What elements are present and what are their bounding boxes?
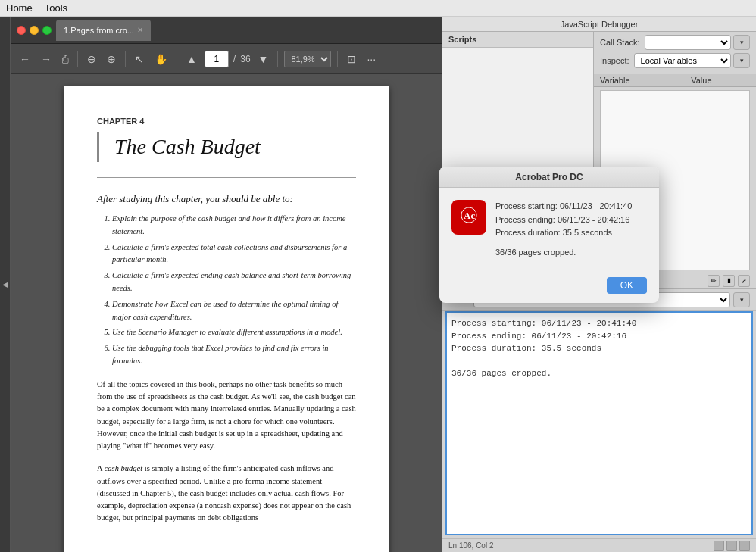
call-stack-label: Call Stack: — [600, 38, 640, 47]
acrobat-icon-wrap: Ac — [451, 200, 486, 235]
pdf-content-area: CHAPTER 4 The Cash Budget After studying… — [11, 74, 442, 552]
prev-page[interactable]: ▲ — [183, 51, 200, 67]
zoom-select[interactable]: 81,9% — [284, 51, 331, 67]
inspect-arrow[interactable]: ▾ — [733, 53, 750, 68]
pdf-toolbar: ← → ⎙ ⊖ ⊕ ↖ ✋ ▲ 1 / 36 ▼ 81,9% ⊡ ··· — [11, 44, 442, 74]
debugger-title-text: JavaScript Debugger — [561, 20, 639, 29]
dialog-body: Ac Process starting: 06/11/23 - 20:41:40… — [439, 188, 659, 271]
zoom-out-button[interactable]: ⊖ — [84, 51, 99, 67]
body-paragraph-2: A cash budget is simply a listing of the… — [97, 463, 356, 524]
process-duration: Process duration: 35.5 seconds — [495, 226, 632, 240]
separator-4 — [277, 51, 278, 67]
dialog-title: Acrobat Pro DC — [439, 167, 659, 188]
console-output: Process starting: 06/11/23 - 20:41:40 Pr… — [445, 311, 753, 535]
traffic-lights — [17, 26, 52, 35]
hand-tool[interactable]: ✋ — [152, 51, 170, 67]
cursor-tool[interactable]: ↖ — [132, 51, 147, 67]
dialog-content: Process starting: 06/11/23 - 20:41:40 Pr… — [495, 200, 632, 259]
minimize-button[interactable] — [30, 26, 39, 35]
page-number-input[interactable]: 1 — [205, 51, 229, 67]
acrobat-logo-icon: Ac — [458, 204, 480, 230]
view-arrow[interactable]: ▾ — [733, 292, 750, 307]
maximize-button[interactable] — [42, 26, 52, 35]
divider — [97, 177, 356, 178]
console-line-5: 36/36 pages cropped. — [451, 367, 747, 380]
call-stack-arrow[interactable]: ▾ — [733, 35, 750, 50]
body-paragraph-1: Of all the topics covered in this book, … — [97, 379, 356, 453]
fit-button[interactable]: ⊡ — [344, 51, 359, 67]
chapter-label: CHAPTER 4 — [97, 117, 356, 126]
bottom-icon-3[interactable] — [739, 541, 750, 551]
separator-5 — [337, 51, 338, 67]
scripts-label: Scripts — [442, 32, 593, 48]
dialog-footer: OK — [439, 271, 659, 303]
pause-icon[interactable]: ⏸ — [723, 275, 735, 287]
console-line-4 — [451, 355, 747, 368]
variables-table: Variable Value — [594, 74, 756, 87]
menu-home[interactable]: Home — [6, 2, 33, 14]
edit-icon[interactable]: ✏ — [708, 275, 720, 287]
list-item: Use the Scenario Manager to evaluate dif… — [112, 326, 356, 339]
bottom-icons — [714, 541, 750, 551]
console-line-2: Process ending: 06/11/23 - 20:42:16 — [451, 330, 747, 343]
forward-button[interactable]: → — [38, 51, 55, 67]
bottom-icon-1[interactable] — [714, 541, 724, 551]
more-button[interactable]: ··· — [364, 51, 379, 67]
page-total: 36 — [240, 54, 250, 64]
pages-cropped: 36/36 pages cropped. — [495, 246, 632, 260]
process-ending: Process ending: 06/11/23 - 20:42:16 — [495, 214, 632, 227]
back-button[interactable]: ← — [17, 51, 33, 67]
variable-col-header: Variable — [594, 74, 685, 87]
inspect-label: Inspect: — [600, 56, 629, 65]
separator-2 — [125, 51, 126, 67]
list-item: Calculate a firm's expected total cash c… — [112, 242, 356, 267]
next-page[interactable]: ▼ — [255, 51, 272, 67]
ok-button[interactable]: OK — [607, 277, 647, 294]
zoom-in-button[interactable]: ⊕ — [104, 51, 119, 67]
list-item: Explain the purpose of the cash budget a… — [112, 213, 356, 239]
list-item: Calculate a firm's expected ending cash … — [112, 270, 356, 295]
inspect-select[interactable]: Local Variables — [634, 53, 731, 68]
bottom-icon-2[interactable] — [726, 541, 737, 551]
svg-text:Ac: Ac — [464, 210, 475, 221]
list-item: Demonstrate how Excel can be used to det… — [112, 298, 356, 324]
separator-1 — [77, 51, 78, 67]
menu-bar: Home Tools — [0, 0, 756, 17]
call-stack-row: Call Stack: ▾ Inspect: Local Variables — [594, 32, 756, 74]
debugger-title: JavaScript Debugger — [442, 17, 756, 32]
status-bar: Ln 106, Col 2 — [442, 538, 756, 552]
list-item: Use the debugging tools that Excel provi… — [112, 342, 356, 368]
tab-close-icon[interactable]: ✕ — [137, 26, 143, 34]
print-button[interactable]: ⎙ — [59, 51, 71, 67]
pdf-tab-label: 1.Pages from cro... — [64, 26, 134, 35]
pdf-viewer: 1.Pages from cro... ✕ ← → ⎙ ⊖ ⊕ ↖ ✋ ▲ 1 … — [11, 17, 442, 552]
left-arrow-icon: ◀ — [2, 280, 8, 288]
expand-icon[interactable]: ⤢ — [738, 275, 750, 287]
italic-term: cash budget — [105, 464, 142, 472]
value-col-header: Value — [685, 74, 756, 87]
process-starting: Process starting: 06/11/23 - 20:41:40 — [495, 200, 632, 214]
console-line-3: Process duration: 35.5 seconds — [451, 342, 747, 355]
status-text: Ln 106, Col 2 — [448, 541, 494, 550]
call-stack-select[interactable] — [645, 35, 731, 50]
left-panel-toggle[interactable]: ◀ — [0, 17, 11, 552]
objectives-heading: After studying this chapter, you should … — [97, 193, 356, 205]
console-line-1: Process starting: 06/11/23 - 20:41:40 — [451, 317, 747, 330]
acrobat-dialog: Acrobat Pro DC Ac Process starting: 06/1… — [439, 167, 659, 303]
menu-tools[interactable]: Tools — [45, 2, 67, 14]
objectives-list: Explain the purpose of the cash budget a… — [97, 213, 356, 368]
pdf-page: CHAPTER 4 The Cash Budget After studying… — [64, 86, 389, 552]
pdf-tab-bar: 1.Pages from cro... ✕ — [11, 17, 442, 44]
pdf-tab-active[interactable]: 1.Pages from cro... ✕ — [56, 20, 151, 41]
close-button[interactable] — [17, 26, 26, 35]
separator-3 — [177, 51, 177, 67]
page-separator: / — [233, 54, 236, 64]
chapter-title: The Cash Budget — [97, 132, 356, 162]
debugger-bottom-panel: View: Console ▾ Process starting: 06/11/… — [442, 289, 756, 552]
